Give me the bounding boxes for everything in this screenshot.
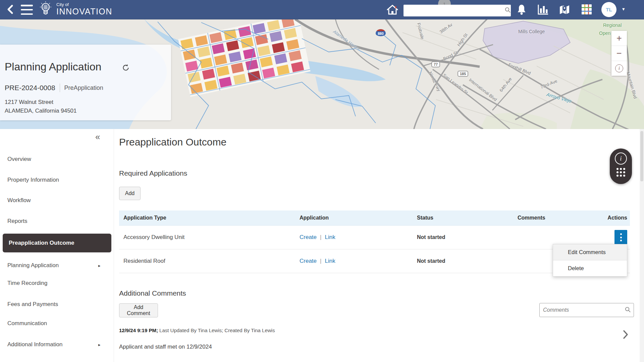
app-screen: City of INNOVATION 1 [0, 0, 644, 362]
bell-icon [517, 4, 527, 16]
sidebar-item-label: Preapplication Outcome [9, 240, 74, 246]
content-area: « Overview Property Information Workflow… [0, 129, 644, 362]
map-info-button[interactable]: i [611, 61, 627, 76]
menu-item-delete[interactable]: Delete [553, 260, 627, 276]
map-label: Mills College [518, 29, 545, 34]
scrollbar-thumb[interactable] [640, 131, 643, 181]
sidebar-item-fees-and-payments[interactable]: Fees and Payments [0, 298, 114, 311]
map-zoom-out-button[interactable]: − [611, 46, 627, 61]
map-banner: Mills College Regional Open Foothill Blv… [0, 19, 644, 129]
logo-line2: INNOVATION [56, 7, 112, 16]
column-header-status: Status [413, 215, 513, 221]
sidebar-item-time-recording[interactable]: Time Recording [0, 277, 114, 290]
sidebar-item-label: Reports [7, 218, 28, 225]
link-link[interactable]: Link [325, 258, 335, 264]
actions-cell [604, 230, 630, 245]
menu-bar-icon [21, 5, 33, 6]
comments-search-input[interactable] [540, 307, 625, 313]
map-zoom-in-button[interactable]: + [611, 31, 627, 46]
sidebar-item-workflow[interactable]: Workflow [0, 194, 114, 207]
sidebar: « Overview Property Information Workflow… [0, 129, 114, 362]
column-header-application-type: Application Type [119, 215, 295, 221]
sidebar-item-reports[interactable]: Reports [0, 215, 114, 228]
sidebar-item-label: Additional Information [7, 341, 62, 348]
avatar[interactable]: TL [601, 2, 616, 17]
record-title: Planning Application [5, 61, 101, 73]
sidebar-item-planning-application[interactable]: Planning Application▸ [0, 259, 114, 272]
grid-icon [582, 4, 592, 15]
avatar-initials: TL [606, 7, 612, 12]
sidebar-collapse-button[interactable]: « [95, 132, 99, 142]
refresh-icon[interactable] [122, 64, 129, 73]
lightbulb-logo-icon [37, 0, 54, 20]
add-button[interactable]: Add [119, 187, 141, 200]
link-divider: | [320, 234, 321, 240]
record-header-card: Planning Application PRE-2024-0008 PreAp… [0, 45, 171, 120]
sidebar-item-property-information[interactable]: Property Information [0, 173, 114, 187]
row-actions-menu: Edit Comments Delete [553, 244, 627, 277]
logo-line1: City of [56, 2, 112, 7]
analytics-button[interactable] [537, 4, 549, 16]
city-logo[interactable]: City of INNOVATION [37, 0, 112, 20]
address-line2: ALAMEDA, California 94501 [5, 108, 77, 114]
required-applications-title: Required Applications [119, 169, 187, 177]
kebab-dot [620, 237, 622, 238]
sidebar-item-additional-information[interactable]: Additional Information▸ [0, 338, 114, 351]
add-comment-button[interactable]: Add Comment [119, 303, 158, 317]
link-link[interactable]: Link [325, 234, 335, 240]
link-divider: | [320, 258, 321, 264]
search-icon[interactable] [625, 306, 631, 314]
comment-body: Applicant and staff met on 12/9/2024 [119, 344, 212, 350]
dots-grid-icon [616, 168, 625, 177]
hamburger-menu-button[interactable] [20, 5, 34, 15]
comment-expand-chevron-icon[interactable] [623, 329, 629, 341]
comment-timestamp: 12/9/24 9:19 PM; [119, 327, 158, 333]
kebab-dot [620, 240, 622, 241]
address-line1: 1217 Walnut Street [5, 99, 53, 106]
map-button[interactable] [558, 4, 571, 16]
sidebar-item-label: Fees and Payments [7, 301, 58, 308]
info-icon: i [615, 153, 627, 165]
vertical-scrollbar[interactable] [640, 129, 644, 362]
submenu-arrow-icon: ▸ [98, 342, 101, 347]
sidebar-item-label: Property Information [7, 177, 59, 183]
additional-comments-title: Additional Comments [119, 289, 186, 297]
column-header-application: Application [295, 215, 413, 221]
help-widget-button[interactable]: i [610, 148, 632, 184]
record-type: PreApplication [64, 84, 103, 92]
sidebar-item-communication[interactable]: Communication [0, 317, 114, 330]
menu-bar-icon [21, 13, 33, 15]
table-header-row: Application Type Application Status Comm… [119, 210, 630, 226]
application-links-cell: Create|Link [295, 234, 413, 241]
notifications-button[interactable] [516, 4, 527, 16]
search-icon[interactable] [504, 7, 511, 14]
create-link[interactable]: Create [300, 234, 317, 240]
info-icon: i [615, 64, 623, 72]
back-button[interactable] [4, 4, 16, 16]
minus-icon: − [616, 48, 622, 59]
comment-byline: Last Updated By Tina Lewis; Created By T… [158, 327, 275, 333]
comment-meta: 12/9/24 9:19 PM; Last Updated By Tina Le… [119, 327, 275, 333]
application-type-cell: Accessory Dwelling Unit [119, 234, 295, 241]
map-label: Regional [603, 22, 622, 28]
avatar-caret-down-icon[interactable]: ▾ [622, 6, 625, 12]
record-number: PRE-2024-0008 [5, 84, 55, 92]
comments-search [539, 303, 634, 317]
create-link[interactable]: Create [300, 258, 317, 264]
submenu-arrow-icon: ▸ [98, 263, 101, 268]
sidebar-item-preapplication-outcome[interactable]: Preapplication Outcome [3, 234, 111, 252]
menu-bar-icon [21, 9, 33, 11]
apps-grid-button[interactable] [582, 4, 592, 15]
menu-item-edit-comments[interactable]: Edit Comments [553, 244, 627, 260]
sidebar-item-label: Time Recording [7, 280, 47, 287]
global-search-input[interactable] [404, 5, 504, 16]
kebab-dot [620, 233, 622, 235]
record-identifier: PRE-2024-0008 PreApplication [5, 83, 103, 92]
highway-shield: 185 [458, 71, 468, 77]
application-links-cell: Create|Link [295, 258, 413, 264]
highway-shield: 77 [431, 61, 440, 67]
status-cell: Not started [413, 234, 513, 240]
sidebar-item-overview[interactable]: Overview [0, 153, 114, 166]
row-actions-kebab-button[interactable] [614, 230, 627, 245]
home-button[interactable] [386, 4, 399, 16]
